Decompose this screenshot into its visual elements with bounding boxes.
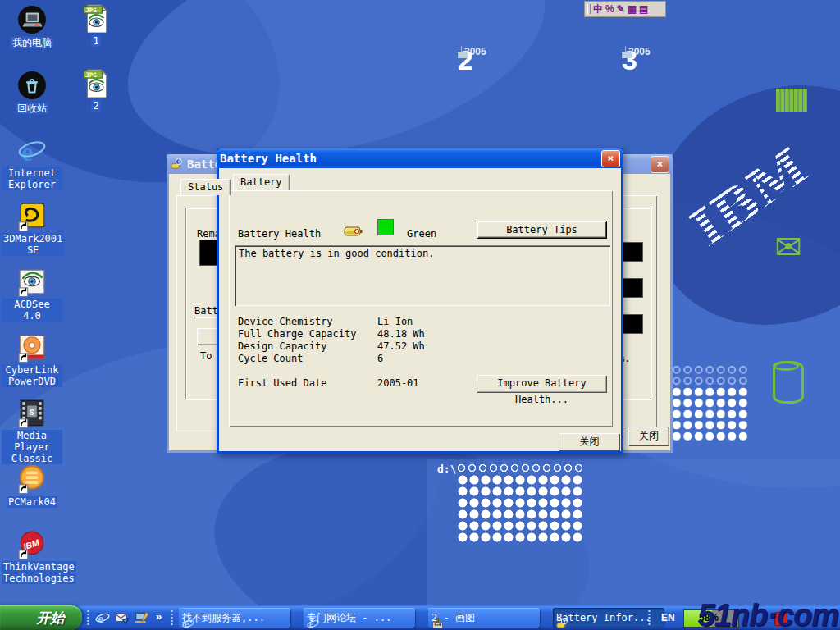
start-button[interactable]: 开始 — [0, 605, 82, 630]
desktop-icon-label: 回收站 — [16, 103, 48, 114]
drive-label: d:\ — [437, 463, 456, 475]
calendar-day — [622, 49, 625, 61]
internet-explorer-icon: e — [17, 136, 47, 166]
ime-mode-icon[interactable]: % — [605, 2, 614, 16]
dot-pattern-hollow — [671, 364, 749, 386]
taskbar-button[interactable]: e找不到服务器,... — [179, 608, 290, 628]
health-status-swatch — [377, 219, 394, 235]
desktop: IBM ✉ d:\ 22005 SMTWTFS12345678910111213… — [0, 0, 840, 630]
taskbar-button-label: 找不到服务器,... — [182, 611, 265, 625]
first-used-label: First Used Date — [238, 377, 326, 389]
media-player-classic-icon: s — [17, 399, 47, 428]
desktop-icon-label: Media Player Classic — [2, 430, 62, 464]
quicklaunch-outlook-icon[interactable] — [115, 610, 130, 625]
taskbar-button-label: 2 - 画图 — [431, 611, 475, 625]
language-bar-grip[interactable] — [587, 4, 591, 14]
start-label: 开始 — [37, 609, 65, 628]
first-used-value: 2005-01 — [377, 377, 419, 389]
toolbar-grip[interactable] — [87, 609, 89, 626]
desktop-icon-label: 2 — [91, 100, 100, 112]
dialog-title: Battery Health — [220, 152, 317, 165]
desktop-icon-thinkvantage[interactable]: IBMThinkVantage Technologies — [2, 530, 62, 585]
calendar-day — [458, 49, 461, 61]
battery-dialog-icon — [170, 158, 184, 171]
svg-text:e: e — [21, 138, 33, 166]
thinkvantage-icon: IBM — [17, 530, 47, 559]
green-cylinder-icon — [773, 361, 804, 404]
info-row-label: Full Charge Capacity — [238, 328, 357, 340]
desktop-file-1[interactable]: JPG1 — [72, 3, 120, 48]
tray-language-indicator[interactable]: EN — [661, 612, 675, 623]
tab-battery[interactable]: Battery — [233, 174, 290, 190]
quicklaunch-show-desktop-icon[interactable] — [135, 610, 149, 625]
info-row-label: Design Capacity — [238, 340, 326, 352]
svg-text:JPG: JPG — [85, 71, 97, 79]
language-bar[interactable]: 中%✎▦▤ — [584, 1, 666, 17]
battery-tips-button[interactable]: Battery Tips — [477, 221, 607, 239]
desktop-icon-label: ThinkVantage Technologies — [2, 561, 76, 584]
desktop-icon-powerdvd[interactable]: CyberLink PowerDVD — [2, 333, 62, 388]
task-buttons: e找不到服务器,...e专门网论坛 - ...2 - 画图Battery Inf… — [179, 608, 664, 628]
desktop-icon-recycle-bin[interactable]: 回收站 — [2, 71, 62, 115]
desktop-icon-label: PCMark04 — [7, 496, 57, 508]
tab-status[interactable]: Status — [180, 179, 231, 195]
improve-battery-health-button[interactable]: Improve Battery Health... — [477, 375, 607, 393]
desktop-file-2[interactable]: JPG2 — [72, 68, 120, 112]
close-button[interactable]: 关闭 — [628, 427, 669, 446]
recycle-bin-icon — [17, 71, 47, 100]
battery-health-dialog: Battery Health × Battery Battery Health … — [217, 148, 623, 454]
info-row-value: 47.52 Wh — [377, 340, 425, 352]
ime-keyboard-icon[interactable]: ▦ — [628, 2, 637, 16]
tray-grip[interactable] — [648, 609, 651, 626]
desktop-icon-internet-explorer[interactable]: eInternet Explorer — [2, 136, 62, 191]
toolbar-grip[interactable] — [171, 609, 173, 626]
close-icon[interactable]: × — [601, 150, 620, 167]
svg-text:s: s — [29, 406, 34, 418]
battery-health-titlebar[interactable]: Battery Health × — [217, 148, 623, 168]
green-mail-icon: ✉ — [774, 233, 810, 261]
battery-health-body: Battery Battery Health Green Battery Tip… — [219, 168, 621, 451]
quicklaunch-overflow-chevron[interactable]: » — [156, 610, 162, 623]
desktop-icon-label: 我的电脑 — [11, 37, 53, 48]
watermark-51nb: 51nb·com — [698, 598, 838, 630]
jpg-file-icon: JPG — [81, 68, 111, 98]
desktop-icon-media-player-classic[interactable]: sMedia Player Classic — [2, 399, 62, 465]
taskbar-button[interactable]: 2 - 画图 — [428, 608, 540, 628]
dot-pattern-hollow — [456, 463, 584, 473]
ime-chinese-icon[interactable]: 中 — [593, 2, 603, 16]
acdsee-icon — [17, 267, 47, 297]
info-row-value: Li-Ion — [377, 316, 413, 327]
desktop-icon-label: 1 — [91, 35, 100, 47]
jpg-file-icon: JPG — [81, 3, 111, 33]
desktop-icon-label: CyberLink PowerDVD — [2, 364, 62, 387]
close-button[interactable]: 关闭 — [559, 433, 620, 451]
close-icon[interactable]: × — [651, 156, 669, 173]
info-row-label: Cycle Count — [238, 353, 303, 364]
desktop-icon-3dmark2001[interactable]: 3DMark2001 SE — [2, 202, 62, 257]
battery-health-label: Battery Health — [238, 228, 321, 240]
svg-text:e: e — [98, 612, 103, 625]
desktop-icon-label: Internet Explorer — [2, 167, 62, 190]
taskbar-button-label: 专门网论坛 - ... — [307, 611, 391, 625]
ime-pen-icon[interactable]: ✎ — [617, 2, 625, 16]
condition-textbox[interactable]: The battery is in good condition. — [235, 245, 610, 306]
svg-text:JPG: JPG — [85, 7, 97, 14]
battery-icon — [344, 226, 363, 239]
battery-info-rows: Device ChemistryLi-IonFull Charge Capaci… — [238, 316, 607, 367]
info-row-label: Device Chemistry — [238, 316, 333, 327]
taskbar-button[interactable]: e专门网论坛 - ... — [304, 608, 415, 628]
green-grid-icon — [776, 89, 807, 112]
desktop-icon-acdsee[interactable]: ACDSee 4.0 — [2, 267, 62, 322]
quicklaunch-ie-icon[interactable]: e — [95, 610, 110, 625]
info-row-value: 48.18 Wh — [377, 328, 425, 340]
info-row-value: 6 — [377, 353, 383, 364]
taskbar-button-label: Battery Infor... — [556, 612, 651, 623]
desktop-icon-label: ACDSee 4.0 — [2, 299, 62, 322]
pcmark04-icon — [17, 464, 47, 494]
ime-menu-icon[interactable]: ▤ — [639, 2, 648, 16]
my-computer-icon — [17, 5, 47, 34]
dot-pattern-filled — [671, 386, 749, 442]
desktop-icon-my-computer[interactable]: 我的电脑 — [2, 5, 62, 49]
desktop-icon-pcmark04[interactable]: PCMark04 — [2, 464, 62, 509]
3dmark2001-icon — [17, 202, 47, 231]
